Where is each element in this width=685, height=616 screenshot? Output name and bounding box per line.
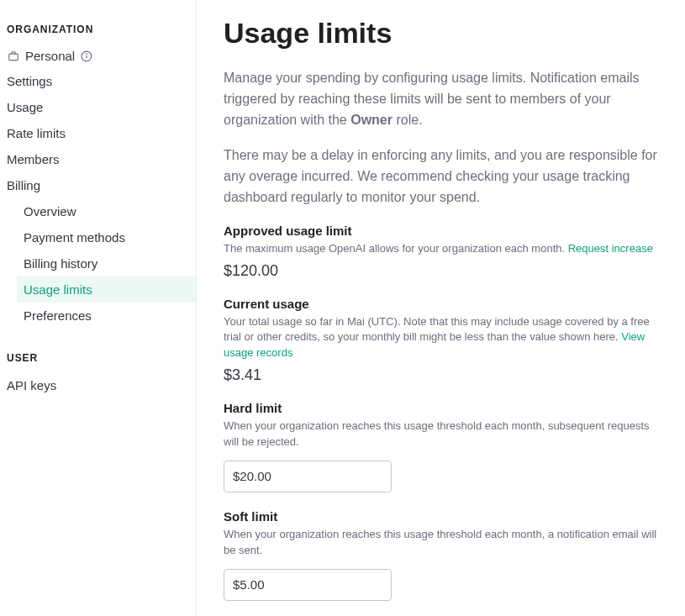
- approved-limit-block: Approved usage limit The maximum usage O…: [224, 224, 660, 280]
- sidebar: ORGANIZATION Personal Settings Usage Rat…: [0, 0, 197, 616]
- org-section-header: ORGANIZATION: [0, 24, 196, 44]
- request-increase-link[interactable]: Request increase: [568, 242, 653, 255]
- current-usage-value: $3.41: [224, 366, 660, 384]
- intro-paragraph-1: Manage your spending by configuring usag…: [224, 68, 660, 130]
- hard-limit-block: Hard limit When your organization reache…: [224, 401, 660, 492]
- approved-limit-value: $120.00: [224, 262, 660, 280]
- user-section: USER API keys: [0, 352, 196, 398]
- hard-limit-help: When your organization reaches this usag…: [224, 419, 660, 450]
- approved-limit-label: Approved usage limit: [224, 224, 660, 238]
- billing-subnav: Overview Payment methods Billing history…: [0, 198, 196, 329]
- soft-limit-block: Soft limit When your organization reache…: [224, 509, 660, 601]
- sidebar-item-api-keys[interactable]: API keys: [0, 372, 196, 398]
- soft-limit-input[interactable]: [224, 569, 392, 601]
- org-selector[interactable]: Personal: [0, 44, 196, 68]
- page-title: Usage limits: [224, 17, 660, 50]
- current-usage-help: Your total usage so far in Mai (UTC). No…: [224, 314, 660, 362]
- svg-rect-0: [9, 54, 18, 61]
- user-section-header: USER: [0, 352, 196, 372]
- sidebar-item-usage-limits[interactable]: Usage limits: [17, 276, 196, 303]
- current-usage-label: Current usage: [224, 297, 660, 311]
- org-name: Personal: [25, 49, 75, 63]
- current-usage-block: Current usage Your total usage so far in…: [224, 297, 660, 385]
- sidebar-item-payment-methods[interactable]: Payment methods: [17, 224, 196, 250]
- intro-text: Manage your spending by configuring usag…: [224, 68, 660, 208]
- hard-limit-input[interactable]: [224, 461, 392, 492]
- sidebar-item-preferences[interactable]: Preferences: [17, 303, 196, 329]
- main-content: Usage limits Manage your spending by con…: [197, 0, 685, 616]
- sidebar-item-overview[interactable]: Overview: [17, 198, 196, 224]
- soft-limit-help: When your organization reaches this usag…: [224, 527, 660, 559]
- info-icon[interactable]: [80, 50, 93, 63]
- sidebar-item-usage[interactable]: Usage: [0, 94, 196, 120]
- sidebar-item-billing-history[interactable]: Billing history: [17, 250, 196, 276]
- intro-paragraph-2: There may be a delay in enforcing any li…: [224, 145, 660, 208]
- briefcase-icon: [7, 50, 20, 63]
- soft-limit-label: Soft limit: [224, 509, 660, 524]
- sidebar-item-billing[interactable]: Billing: [0, 172, 196, 198]
- svg-point-3: [87, 53, 87, 54]
- sidebar-item-members[interactable]: Members: [0, 146, 196, 172]
- sidebar-item-rate-limits[interactable]: Rate limits: [0, 120, 196, 146]
- sidebar-item-settings[interactable]: Settings: [0, 68, 196, 94]
- approved-limit-help: The maximum usage OpenAI allows for your…: [224, 241, 660, 257]
- hard-limit-label: Hard limit: [224, 401, 660, 415]
